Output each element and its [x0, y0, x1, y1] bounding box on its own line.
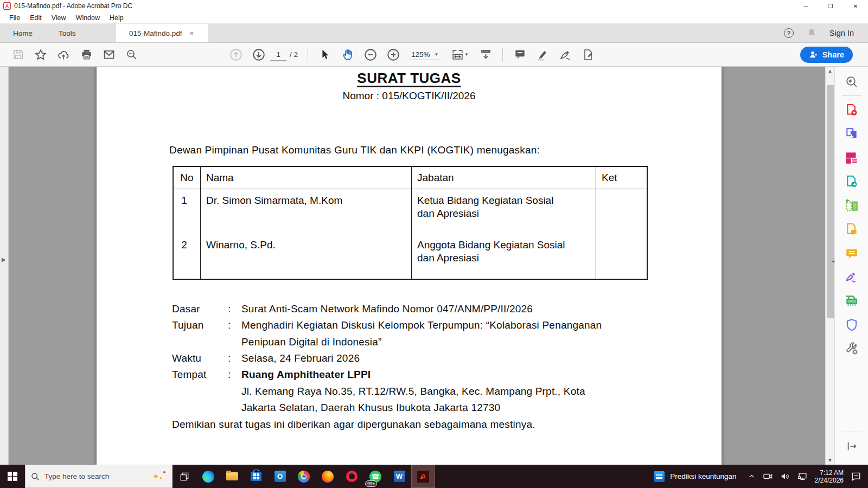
window-controls: ─ ❐ ✕ — [793, 0, 868, 12]
pdf-page: SURAT TUGAS Nomor : 015/KOGTIK/II/2026 D… — [97, 67, 722, 465]
chrome-icon[interactable] — [292, 465, 316, 488]
navigation-pane-strip[interactable] — [0, 67, 9, 465]
previous-page-icon[interactable] — [227, 46, 245, 64]
page-number-input[interactable] — [270, 49, 286, 61]
restore-button[interactable]: ❐ — [818, 0, 843, 12]
search-icon[interactable] — [123, 46, 141, 64]
print-icon[interactable] — [77, 46, 95, 64]
vertical-scrollbar[interactable]: ▲ ▼ — [825, 67, 834, 465]
share-button-label: Share — [822, 50, 844, 59]
table-header-jabatan: Jabatan — [411, 167, 596, 189]
system-tray: 7:12 AM 2/24/2026 — [744, 465, 868, 488]
panel-divider — [842, 95, 861, 96]
volume-icon[interactable] — [780, 471, 790, 481]
panel-divider — [842, 432, 861, 432]
tab-close-icon[interactable]: × — [190, 29, 194, 37]
row-nama: Winarno, S.Pd. — [206, 239, 406, 283]
comment-icon[interactable] — [510, 46, 529, 64]
hidden-icons-chevron[interactable] — [748, 472, 756, 480]
tab-home[interactable]: Home — [0, 24, 46, 42]
organize-pages-icon[interactable] — [841, 195, 863, 216]
microsoft-store-icon[interactable] — [244, 465, 268, 488]
zoom-level-select[interactable]: 125% ▼ — [409, 49, 441, 60]
share-button[interactable]: Share — [800, 47, 853, 63]
outlook-icon[interactable]: O — [268, 465, 292, 488]
zoom-in-icon[interactable] — [384, 46, 403, 64]
assignment-table: No Nama Jabatan Ket 1 2 Dr. Simon Simarm… — [173, 166, 648, 280]
email-icon[interactable] — [100, 46, 118, 64]
menu-bar: File Edit View Window Help — [0, 12, 868, 24]
close-button[interactable]: ✕ — [843, 0, 868, 12]
protect-icon[interactable] — [841, 314, 863, 335]
whatsapp-icon[interactable]: ☎99+ — [363, 465, 387, 488]
scrollbar-thumb[interactable] — [827, 85, 834, 318]
opera-icon[interactable] — [340, 465, 363, 488]
open-panel-icon[interactable] — [841, 436, 863, 457]
search-placeholder: Type here to search — [44, 472, 109, 480]
search-highlights-icon[interactable]: ✦✦ — [150, 470, 167, 484]
menu-edit[interactable]: Edit — [25, 14, 47, 22]
action-center-icon[interactable] — [851, 471, 861, 482]
taskbar-clock[interactable]: 7:12 AM 2/24/2026 — [815, 469, 844, 484]
tab-document[interactable]: 015-Mafindo.pdf × — [115, 24, 208, 42]
windows-taskbar: Type here to search ✦✦ O ☎99+ W Prediksi… — [0, 465, 868, 488]
fill-sign-icon[interactable] — [556, 46, 575, 64]
send-for-comments-icon[interactable] — [841, 219, 863, 240]
taskbar-search-input[interactable]: Type here to search ✦✦ — [25, 465, 173, 488]
acrobat-icon-active[interactable] — [411, 465, 435, 488]
star-favorite-icon[interactable] — [31, 46, 50, 64]
combine-files-icon[interactable] — [841, 124, 863, 144]
firefox-icon[interactable] — [316, 465, 340, 488]
edge-icon[interactable] — [196, 465, 220, 488]
search-tools-icon[interactable] — [841, 71, 863, 92]
start-button[interactable] — [0, 465, 25, 488]
hand-tool-icon[interactable] — [339, 46, 357, 64]
panel-bottom — [841, 429, 863, 458]
zoom-level-value: 125% — [411, 50, 430, 59]
task-view-button[interactable] — [173, 465, 196, 488]
highlight-icon[interactable] — [533, 46, 552, 64]
menu-file[interactable]: File — [4, 14, 25, 22]
create-pdf-icon[interactable] — [841, 100, 863, 120]
document-number: Nomor : 015/KOGTIK/II/2026 — [97, 90, 722, 102]
add-person-icon — [809, 50, 818, 59]
file-explorer-icon[interactable] — [220, 465, 244, 488]
detail-tempat-address2: Jakarta Selatan, Daerah Khusus Ibukota J… — [172, 402, 500, 414]
more-tools-icon[interactable] — [841, 338, 863, 359]
word-icon[interactable]: W — [387, 465, 411, 488]
minimize-button[interactable]: ─ — [793, 0, 818, 12]
fill-and-sign-icon[interactable] — [841, 267, 863, 287]
notifications-bell-icon[interactable] — [807, 28, 816, 38]
row-nama: Dr. Simon Simarmata, M.Kom — [206, 194, 406, 239]
scrolling-mode-icon[interactable] — [476, 46, 495, 64]
export-pdf-icon[interactable] — [841, 171, 863, 192]
select-tool-icon[interactable] — [316, 46, 334, 64]
comment-icon-tool[interactable] — [841, 243, 863, 264]
fit-width-icon[interactable]: ▼ — [447, 46, 472, 64]
next-page-icon[interactable] — [250, 46, 268, 64]
acrobat-app-icon: A — [3, 2, 11, 10]
clock-date: 2/24/2026 — [815, 477, 844, 484]
zoom-out-icon[interactable] — [361, 46, 380, 64]
menu-help[interactable]: Help — [105, 14, 129, 22]
window-title: 015-Mafindo.pdf - Adobe Acrobat Pro DC — [14, 2, 132, 10]
edit-pdf-icon[interactable] — [841, 147, 863, 168]
save-icon[interactable] — [9, 46, 27, 64]
expand-nav-pane-icon[interactable]: ▶ — [2, 256, 6, 262]
help-icon[interactable]: ? — [784, 28, 794, 38]
menu-window[interactable]: Window — [71, 14, 105, 22]
network-icon[interactable] — [797, 471, 808, 481]
scan-and-ocr-icon[interactable] — [841, 291, 863, 311]
scroll-up-icon[interactable]: ▲ — [826, 68, 834, 74]
menu-view[interactable]: View — [47, 14, 71, 22]
running-app-prediksi[interactable]: Prediksi keuntungan — [646, 465, 744, 488]
chevron-down-icon: ▼ — [464, 52, 469, 57]
scroll-down-icon[interactable]: ▼ — [826, 458, 834, 463]
sign-in-button[interactable]: Sign In — [829, 29, 854, 37]
tab-tools[interactable]: Tools — [46, 24, 89, 42]
edit-pdf-icon[interactable] — [579, 46, 597, 64]
detail-waktu: Waktu:Selasa, 24 Februari 2026 — [172, 352, 360, 364]
table-header-ket: Ket — [596, 167, 647, 189]
meet-now-camera-icon[interactable] — [763, 471, 773, 481]
cloud-upload-icon[interactable] — [54, 46, 73, 64]
